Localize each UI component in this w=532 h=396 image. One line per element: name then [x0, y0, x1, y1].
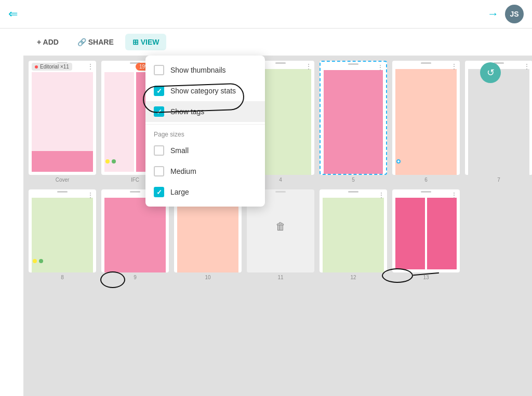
medium-checkbox[interactable] [154, 166, 164, 176]
page-menu-icon[interactable]: ⋮ [450, 62, 458, 71]
tag-dots [105, 159, 116, 163]
tag-dots-p8 [33, 259, 43, 263]
large-size-item[interactable]: Large [145, 182, 265, 202]
dot-green [39, 259, 43, 263]
show-tags-item[interactable]: Show tags [145, 101, 265, 122]
page-menu-icon[interactable]: ⋮ [305, 62, 312, 71]
page-cover[interactable]: ⋮ Editorial ×11 Cover [29, 61, 96, 185]
small-checkbox[interactable] [154, 145, 164, 156]
page-5[interactable]: ⋮ 5 [320, 61, 387, 185]
page8-label: 8 [29, 272, 96, 282]
page-7[interactable]: ⋮ 7 [465, 61, 532, 185]
page-6[interactable]: ⋮ 6 [392, 61, 460, 185]
dropdown-divider [145, 124, 265, 125]
dot-yellow [33, 259, 37, 263]
page6-label: 6 [392, 175, 460, 185]
dot-green [112, 159, 116, 163]
thumbnails-checkbox[interactable] [154, 65, 164, 75]
share-button[interactable]: 🔗 SHARE [70, 34, 121, 50]
small-label: Small [170, 146, 189, 155]
drag-handle[interactable] [57, 191, 68, 193]
page10-label: 10 [174, 272, 242, 282]
drag-handle[interactable] [275, 191, 286, 193]
editorial-badge: Editorial ×11 [32, 63, 72, 71]
drag-handle[interactable] [348, 191, 358, 193]
page5-label: 5 [320, 175, 387, 185]
page-menu-icon[interactable]: ⋮ [87, 62, 94, 71]
page11-label: 11 [247, 272, 314, 282]
large-checkbox[interactable] [154, 187, 164, 197]
forward-button[interactable]: → [487, 7, 499, 21]
left-sidebar [0, 29, 23, 396]
back-button[interactable]: ⇐ [8, 7, 18, 21]
drag-handle[interactable] [130, 191, 140, 193]
page12-label: 12 [320, 272, 387, 282]
undo-button[interactable]: ↺ [480, 62, 501, 83]
drag-handle[interactable] [421, 62, 431, 64]
page-sizes-section: Page sizes [145, 127, 265, 140]
canvas-area: ⋮ Editorial ×11 Cover ⋮ 19% [23, 56, 532, 396]
category-stats-label: Show category stats [170, 87, 236, 95]
small-size-item[interactable]: Small [145, 140, 265, 161]
view-dropdown: Show thumbnails Show category stats Show… [145, 56, 265, 207]
drag-handle[interactable] [348, 63, 358, 65]
page-menu-icon[interactable]: ⋮ [378, 191, 385, 199]
page-8[interactable]: ⋮ 8 [29, 189, 96, 282]
page9-label: 9 [101, 272, 169, 282]
top-nav: ⇐ → JS [0, 0, 532, 29]
thumbnails-label: Show thumbnails [170, 66, 226, 74]
cover-label: Cover [29, 175, 96, 185]
view-button[interactable]: ⊞ VIEW [125, 34, 167, 50]
page-menu-icon[interactable]: ⋮ [87, 191, 94, 199]
toolbar: + ADD 🔗 SHARE ⊞ VIEW [23, 29, 532, 56]
medium-size-item[interactable]: Medium [145, 161, 265, 182]
show-tags-checkbox[interactable] [154, 106, 164, 117]
category-stats-checkbox[interactable] [154, 86, 164, 96]
drag-handle[interactable] [275, 62, 286, 64]
medium-label: Medium [170, 167, 196, 175]
tag-dots-p6 [396, 159, 401, 163]
dot-blue-ring [396, 159, 401, 163]
page-13[interactable]: ⋮ 13 [392, 189, 460, 282]
add-button[interactable]: + ADD [30, 34, 66, 50]
large-label: Large [170, 188, 189, 196]
trash-icon: 🗑 [275, 221, 286, 233]
page-menu-icon[interactable]: ⋮ [450, 191, 458, 199]
show-category-stats-item[interactable]: Show category stats [145, 80, 265, 101]
drag-handle[interactable] [421, 191, 431, 193]
page-menu-icon[interactable]: ⋮ [377, 63, 384, 72]
page13-label: 13 [392, 272, 460, 282]
page-12[interactable]: ⋮ 12 [320, 189, 387, 282]
avatar[interactable]: JS [505, 5, 524, 23]
show-thumbnails-item[interactable]: Show thumbnails [145, 60, 265, 80]
page7-label: 7 [465, 175, 532, 185]
dot-yellow [105, 159, 110, 163]
show-tags-label: Show tags [170, 107, 204, 116]
page-menu-icon[interactable]: ⋮ [523, 62, 530, 71]
